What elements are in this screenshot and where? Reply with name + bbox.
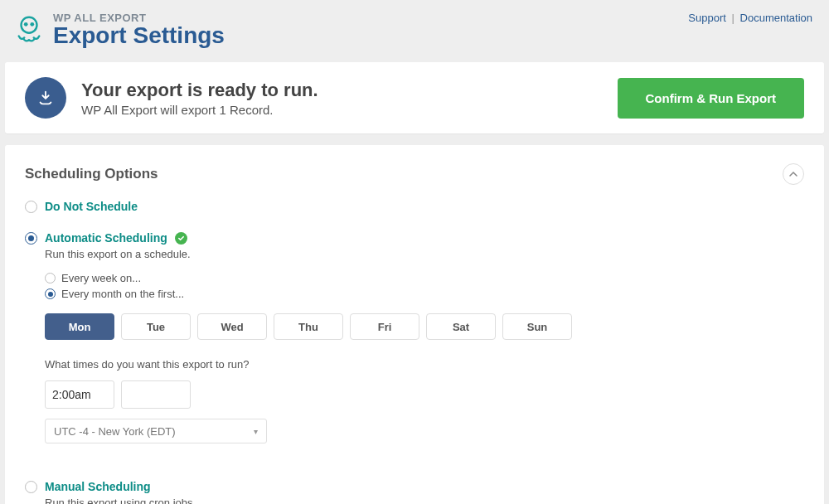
do-not-schedule-label[interactable]: Do Not Schedule — [45, 200, 138, 213]
chevron-down-icon: ▾ — [254, 427, 258, 436]
times-question: What times do you want this export to ru… — [45, 358, 804, 371]
brand-logo-icon — [13, 12, 45, 47]
svg-point-2 — [30, 22, 34, 26]
svg-point-0 — [22, 17, 37, 32]
scheduling-title: Scheduling Options — [25, 166, 158, 182]
ready-subtitle: WP All Export will export 1 Record. — [81, 103, 603, 117]
manual-scheduling-label[interactable]: Manual Scheduling — [45, 480, 151, 493]
time-input-1[interactable] — [45, 380, 114, 409]
documentation-link[interactable]: Documentation — [740, 12, 812, 24]
day-thu[interactable]: Thu — [274, 313, 343, 340]
timezone-select[interactable]: UTC -4 - New York (EDT) ▾ — [45, 419, 267, 443]
link-separator: | — [732, 12, 734, 24]
day-sat[interactable]: Sat — [426, 313, 496, 340]
ready-panel: Your export is ready to run. WP All Expo… — [5, 62, 824, 133]
time-input-2[interactable] — [121, 380, 191, 409]
svg-point-1 — [24, 22, 28, 26]
day-sun[interactable]: Sun — [502, 313, 572, 340]
collapse-button[interactable] — [783, 163, 804, 185]
ready-title: Your export is ready to run. — [81, 80, 603, 101]
automatic-scheduling-label[interactable]: Automatic Scheduling — [45, 231, 167, 245]
day-picker: MonTueWedThuFriSatSun — [45, 313, 804, 340]
page-title: Export Settings — [53, 24, 225, 47]
scheduling-panel: Scheduling Options Do Not Schedule Autom… — [5, 145, 824, 504]
freq-week-label[interactable]: Every week on... — [61, 272, 141, 284]
manual-scheduling-desc: Run this export using cron jobs. — [45, 497, 804, 504]
brand-block: WP ALL EXPORT Export Settings — [13, 12, 225, 47]
download-icon — [25, 77, 66, 119]
day-tue[interactable]: Tue — [121, 313, 191, 340]
day-fri[interactable]: Fri — [350, 313, 419, 340]
support-link[interactable]: Support — [688, 12, 726, 24]
automatic-scheduling-desc: Run this export on a schedule. — [45, 248, 804, 260]
timezone-value: UTC -4 - New York (EDT) — [54, 425, 176, 438]
day-wed[interactable]: Wed — [197, 313, 267, 340]
manual-scheduling-radio[interactable] — [25, 481, 37, 493]
day-mon[interactable]: Mon — [45, 313, 114, 340]
freq-month-label[interactable]: Every month on the first... — [61, 288, 184, 300]
top-links: Support | Documentation — [688, 12, 812, 24]
automatic-scheduling-radio[interactable] — [25, 232, 37, 245]
freq-month-radio[interactable] — [45, 288, 56, 299]
freq-week-radio[interactable] — [45, 273, 56, 284]
check-badge-icon — [175, 232, 187, 245]
confirm-run-export-button[interactable]: Confirm & Run Export — [618, 78, 805, 119]
do-not-schedule-radio[interactable] — [25, 201, 37, 213]
chevron-up-icon — [789, 170, 797, 178]
